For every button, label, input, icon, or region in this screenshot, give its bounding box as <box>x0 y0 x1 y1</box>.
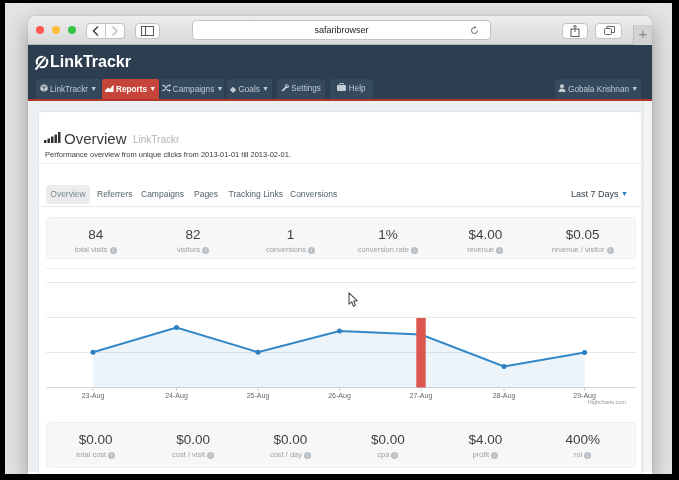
svg-text:25-Aug: 25-Aug <box>247 392 270 400</box>
svg-text:24-Aug: 24-Aug <box>165 392 188 400</box>
svg-text:23-Aug: 23-Aug <box>82 392 105 400</box>
svg-text:28-Aug: 28-Aug <box>493 392 516 400</box>
svg-text:26-Aug: 26-Aug <box>328 392 351 400</box>
svg-text:27-Aug: 27-Aug <box>410 392 433 400</box>
